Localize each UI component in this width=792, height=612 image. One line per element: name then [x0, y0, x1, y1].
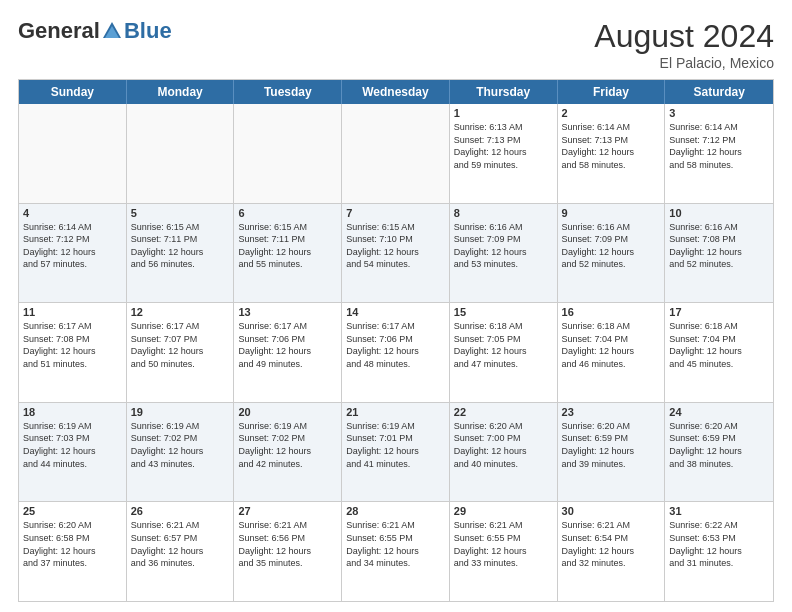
day-info: Sunrise: 6:17 AM Sunset: 7:07 PM Dayligh…	[131, 320, 230, 370]
day-cell-16: 16Sunrise: 6:18 AM Sunset: 7:04 PM Dayli…	[558, 303, 666, 402]
day-number: 7	[346, 207, 445, 219]
day-info: Sunrise: 6:14 AM Sunset: 7:12 PM Dayligh…	[23, 221, 122, 271]
day-info: Sunrise: 6:16 AM Sunset: 7:09 PM Dayligh…	[562, 221, 661, 271]
day-cell-7: 7Sunrise: 6:15 AM Sunset: 7:10 PM Daylig…	[342, 204, 450, 303]
day-number: 3	[669, 107, 769, 119]
day-cell-20: 20Sunrise: 6:19 AM Sunset: 7:02 PM Dayli…	[234, 403, 342, 502]
page: General Blue August 2024 El Palacio, Mex…	[0, 0, 792, 612]
day-info: Sunrise: 6:22 AM Sunset: 6:53 PM Dayligh…	[669, 519, 769, 569]
day-info: Sunrise: 6:21 AM Sunset: 6:56 PM Dayligh…	[238, 519, 337, 569]
day-cell-29: 29Sunrise: 6:21 AM Sunset: 6:55 PM Dayli…	[450, 502, 558, 601]
day-info: Sunrise: 6:15 AM Sunset: 7:11 PM Dayligh…	[131, 221, 230, 271]
day-number: 10	[669, 207, 769, 219]
calendar-row-2: 4Sunrise: 6:14 AM Sunset: 7:12 PM Daylig…	[19, 204, 773, 304]
day-number: 17	[669, 306, 769, 318]
month-year: August 2024	[594, 18, 774, 55]
logo-icon	[101, 20, 123, 42]
title-block: August 2024 El Palacio, Mexico	[594, 18, 774, 71]
day-number: 19	[131, 406, 230, 418]
day-info: Sunrise: 6:18 AM Sunset: 7:04 PM Dayligh…	[562, 320, 661, 370]
day-number: 29	[454, 505, 553, 517]
day-info: Sunrise: 6:18 AM Sunset: 7:05 PM Dayligh…	[454, 320, 553, 370]
day-cell-17: 17Sunrise: 6:18 AM Sunset: 7:04 PM Dayli…	[665, 303, 773, 402]
day-cell-27: 27Sunrise: 6:21 AM Sunset: 6:56 PM Dayli…	[234, 502, 342, 601]
calendar-row-5: 25Sunrise: 6:20 AM Sunset: 6:58 PM Dayli…	[19, 502, 773, 601]
day-info: Sunrise: 6:20 AM Sunset: 6:59 PM Dayligh…	[669, 420, 769, 470]
day-number: 21	[346, 406, 445, 418]
day-number: 18	[23, 406, 122, 418]
day-number: 2	[562, 107, 661, 119]
empty-cell-0-1	[127, 104, 235, 203]
empty-cell-0-2	[234, 104, 342, 203]
day-info: Sunrise: 6:20 AM Sunset: 6:59 PM Dayligh…	[562, 420, 661, 470]
day-cell-6: 6Sunrise: 6:15 AM Sunset: 7:11 PM Daylig…	[234, 204, 342, 303]
day-cell-18: 18Sunrise: 6:19 AM Sunset: 7:03 PM Dayli…	[19, 403, 127, 502]
day-number: 4	[23, 207, 122, 219]
day-number: 25	[23, 505, 122, 517]
logo-text: General Blue	[18, 18, 172, 44]
day-info: Sunrise: 6:13 AM Sunset: 7:13 PM Dayligh…	[454, 121, 553, 171]
day-header-wednesday: Wednesday	[342, 80, 450, 104]
day-header-friday: Friday	[558, 80, 666, 104]
day-info: Sunrise: 6:21 AM Sunset: 6:55 PM Dayligh…	[454, 519, 553, 569]
day-cell-21: 21Sunrise: 6:19 AM Sunset: 7:01 PM Dayli…	[342, 403, 450, 502]
day-number: 13	[238, 306, 337, 318]
day-header-tuesday: Tuesday	[234, 80, 342, 104]
day-number: 20	[238, 406, 337, 418]
day-info: Sunrise: 6:19 AM Sunset: 7:02 PM Dayligh…	[238, 420, 337, 470]
day-number: 23	[562, 406, 661, 418]
day-info: Sunrise: 6:17 AM Sunset: 7:06 PM Dayligh…	[346, 320, 445, 370]
day-number: 8	[454, 207, 553, 219]
day-cell-22: 22Sunrise: 6:20 AM Sunset: 7:00 PM Dayli…	[450, 403, 558, 502]
day-info: Sunrise: 6:19 AM Sunset: 7:01 PM Dayligh…	[346, 420, 445, 470]
calendar-body: 1Sunrise: 6:13 AM Sunset: 7:13 PM Daylig…	[19, 104, 773, 601]
day-cell-9: 9Sunrise: 6:16 AM Sunset: 7:09 PM Daylig…	[558, 204, 666, 303]
day-cell-28: 28Sunrise: 6:21 AM Sunset: 6:55 PM Dayli…	[342, 502, 450, 601]
day-header-saturday: Saturday	[665, 80, 773, 104]
day-cell-31: 31Sunrise: 6:22 AM Sunset: 6:53 PM Dayli…	[665, 502, 773, 601]
day-info: Sunrise: 6:20 AM Sunset: 7:00 PM Dayligh…	[454, 420, 553, 470]
day-info: Sunrise: 6:16 AM Sunset: 7:08 PM Dayligh…	[669, 221, 769, 271]
day-header-monday: Monday	[127, 80, 235, 104]
day-cell-30: 30Sunrise: 6:21 AM Sunset: 6:54 PM Dayli…	[558, 502, 666, 601]
day-cell-1: 1Sunrise: 6:13 AM Sunset: 7:13 PM Daylig…	[450, 104, 558, 203]
day-cell-10: 10Sunrise: 6:16 AM Sunset: 7:08 PM Dayli…	[665, 204, 773, 303]
day-info: Sunrise: 6:19 AM Sunset: 7:03 PM Dayligh…	[23, 420, 122, 470]
day-number: 22	[454, 406, 553, 418]
day-cell-26: 26Sunrise: 6:21 AM Sunset: 6:57 PM Dayli…	[127, 502, 235, 601]
calendar-row-3: 11Sunrise: 6:17 AM Sunset: 7:08 PM Dayli…	[19, 303, 773, 403]
calendar: SundayMondayTuesdayWednesdayThursdayFrid…	[18, 79, 774, 602]
day-info: Sunrise: 6:19 AM Sunset: 7:02 PM Dayligh…	[131, 420, 230, 470]
day-cell-24: 24Sunrise: 6:20 AM Sunset: 6:59 PM Dayli…	[665, 403, 773, 502]
day-info: Sunrise: 6:17 AM Sunset: 7:06 PM Dayligh…	[238, 320, 337, 370]
day-cell-15: 15Sunrise: 6:18 AM Sunset: 7:05 PM Dayli…	[450, 303, 558, 402]
day-cell-13: 13Sunrise: 6:17 AM Sunset: 7:06 PM Dayli…	[234, 303, 342, 402]
location: El Palacio, Mexico	[594, 55, 774, 71]
day-cell-25: 25Sunrise: 6:20 AM Sunset: 6:58 PM Dayli…	[19, 502, 127, 601]
day-info: Sunrise: 6:17 AM Sunset: 7:08 PM Dayligh…	[23, 320, 122, 370]
day-number: 12	[131, 306, 230, 318]
day-number: 1	[454, 107, 553, 119]
day-cell-4: 4Sunrise: 6:14 AM Sunset: 7:12 PM Daylig…	[19, 204, 127, 303]
day-info: Sunrise: 6:14 AM Sunset: 7:13 PM Dayligh…	[562, 121, 661, 171]
day-number: 11	[23, 306, 122, 318]
day-number: 27	[238, 505, 337, 517]
day-info: Sunrise: 6:21 AM Sunset: 6:55 PM Dayligh…	[346, 519, 445, 569]
day-number: 15	[454, 306, 553, 318]
day-number: 31	[669, 505, 769, 517]
day-number: 6	[238, 207, 337, 219]
day-header-sunday: Sunday	[19, 80, 127, 104]
day-info: Sunrise: 6:21 AM Sunset: 6:54 PM Dayligh…	[562, 519, 661, 569]
day-info: Sunrise: 6:15 AM Sunset: 7:10 PM Dayligh…	[346, 221, 445, 271]
day-cell-11: 11Sunrise: 6:17 AM Sunset: 7:08 PM Dayli…	[19, 303, 127, 402]
day-info: Sunrise: 6:18 AM Sunset: 7:04 PM Dayligh…	[669, 320, 769, 370]
day-cell-8: 8Sunrise: 6:16 AM Sunset: 7:09 PM Daylig…	[450, 204, 558, 303]
calendar-row-4: 18Sunrise: 6:19 AM Sunset: 7:03 PM Dayli…	[19, 403, 773, 503]
logo: General Blue	[18, 18, 172, 44]
day-number: 30	[562, 505, 661, 517]
logo-general: General	[18, 18, 100, 44]
day-number: 16	[562, 306, 661, 318]
day-cell-2: 2Sunrise: 6:14 AM Sunset: 7:13 PM Daylig…	[558, 104, 666, 203]
header: General Blue August 2024 El Palacio, Mex…	[18, 18, 774, 71]
day-cell-3: 3Sunrise: 6:14 AM Sunset: 7:12 PM Daylig…	[665, 104, 773, 203]
